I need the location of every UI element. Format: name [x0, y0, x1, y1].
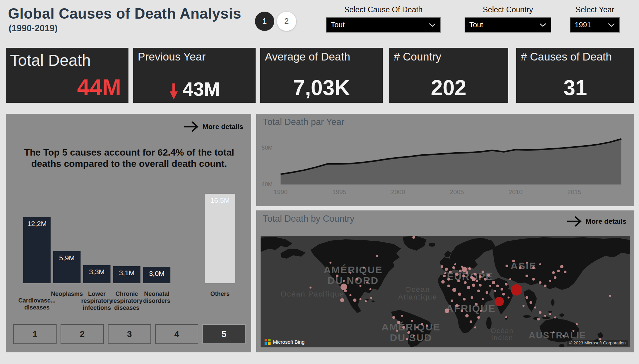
map-bubble[interactable]: [530, 301, 532, 304]
map-bubble[interactable]: [471, 296, 473, 299]
map-bubble[interactable]: [472, 277, 476, 281]
map-bubble[interactable]: [413, 335, 415, 337]
map-bubble[interactable]: [501, 288, 503, 291]
map-bubble[interactable]: [392, 316, 395, 319]
map-bubble[interactable]: [461, 309, 463, 312]
more-details-button[interactable]: More details: [566, 216, 626, 227]
map-bubble[interactable]: [458, 293, 461, 296]
map-bubble[interactable]: [554, 276, 556, 279]
map-bubble[interactable]: [411, 320, 413, 322]
map-bubble[interactable]: [455, 273, 459, 276]
map-bubble[interactable]: [475, 303, 478, 305]
map-bubble[interactable]: [564, 271, 566, 273]
map-bubble[interactable]: [470, 320, 472, 323]
bar-1[interactable]: 5,9M: [53, 251, 81, 283]
map-bubble[interactable]: [402, 326, 405, 329]
map-bubble[interactable]: [534, 306, 536, 308]
map-bubble[interactable]: [447, 285, 450, 287]
map-bubble[interactable]: [562, 335, 564, 337]
map-bubble[interactable]: [554, 316, 556, 318]
map-bubble[interactable]: [512, 260, 515, 262]
map-bubble[interactable]: [407, 331, 410, 334]
map-bubble[interactable]: [396, 330, 398, 332]
area-chart[interactable]: 199019952000200520102015: [278, 131, 624, 188]
bar-5[interactable]: 16,5M: [205, 194, 235, 283]
map-bubble[interactable]: [477, 316, 480, 319]
map-bubble[interactable]: [465, 314, 469, 317]
world-map[interactable]: AMÉRIQUEDU NORDEUROPEASIEAFRIQUEAMÉRIQUE…: [261, 236, 630, 347]
map-bubble[interactable]: [519, 266, 522, 269]
map-bubble[interactable]: [496, 285, 499, 287]
map-bubble[interactable]: [509, 278, 511, 280]
map-bubble-large[interactable]: [495, 297, 504, 306]
map-bubble[interactable]: [366, 282, 368, 284]
map-bubble[interactable]: [474, 273, 477, 276]
page-nav-1[interactable]: 1: [255, 12, 274, 31]
map-bubble[interactable]: [464, 281, 467, 284]
map-bubble[interactable]: [477, 290, 480, 292]
page-button-3[interactable]: 3: [108, 324, 151, 344]
map-bubble[interactable]: [349, 272, 351, 274]
map-bubble[interactable]: [412, 236, 415, 239]
map-bubble[interactable]: [441, 280, 445, 284]
map-bubble[interactable]: [340, 284, 347, 290]
map-bubble[interactable]: [526, 262, 528, 264]
map-bubble[interactable]: [557, 270, 560, 272]
map-bubble[interactable]: [349, 294, 351, 296]
map-bubble[interactable]: [454, 263, 456, 265]
map-bubble[interactable]: [494, 290, 496, 292]
map-bubble[interactable]: [444, 272, 446, 274]
map-bubble[interactable]: [363, 267, 365, 269]
map-bubble[interactable]: [472, 284, 475, 287]
map-bubble[interactable]: [365, 300, 367, 302]
map-bubble[interactable]: [343, 280, 345, 282]
map-bubble[interactable]: [421, 323, 423, 325]
bing-logo[interactable]: Microsoft Bing: [265, 339, 305, 345]
map-bubble[interactable]: [482, 271, 484, 273]
map-bubble[interactable]: [451, 300, 453, 302]
map-bubble[interactable]: [486, 291, 488, 294]
year-dropdown[interactable]: 1991: [570, 17, 620, 33]
map-bubble[interactable]: [552, 271, 555, 274]
map-bubble[interactable]: [445, 308, 449, 313]
map-bubble[interactable]: [549, 313, 551, 315]
map-bubble[interactable]: [505, 283, 508, 286]
map-bubble[interactable]: [560, 265, 563, 268]
map-bubble[interactable]: [447, 278, 450, 281]
map-bubble[interactable]: [479, 284, 482, 287]
page-button-5[interactable]: 5: [202, 324, 246, 344]
map-bubble[interactable]: [459, 270, 462, 272]
map-bubble[interactable]: [532, 278, 535, 281]
map-bubble[interactable]: [452, 266, 455, 269]
map-bubble[interactable]: [549, 280, 551, 282]
map-bubble[interactable]: [462, 275, 465, 277]
map-bubble[interactable]: [370, 297, 372, 299]
map-bubble[interactable]: [552, 331, 554, 333]
map-bubble[interactable]: [426, 325, 428, 327]
map-bubble[interactable]: [329, 262, 331, 264]
map-bubble[interactable]: [506, 265, 508, 267]
map-bubble-large[interactable]: [511, 284, 522, 296]
map-bubble[interactable]: [484, 278, 487, 281]
page-button-1[interactable]: 1: [13, 324, 57, 344]
country-dropdown[interactable]: Tout: [465, 17, 551, 33]
map-bubble[interactable]: [526, 275, 528, 277]
map-bubble[interactable]: [539, 311, 541, 314]
page-button-4[interactable]: 4: [155, 324, 198, 344]
map-bubble[interactable]: [467, 286, 470, 289]
map-bubble[interactable]: [340, 298, 344, 302]
map-bubble[interactable]: [482, 298, 484, 300]
map-bubble[interactable]: [476, 280, 478, 282]
bar-3[interactable]: 3,1M: [113, 266, 140, 283]
map-bubble[interactable]: [463, 298, 466, 301]
map-bubble[interactable]: [406, 338, 408, 340]
page-button-2[interactable]: 2: [61, 324, 104, 344]
map-bubble[interactable]: [441, 265, 443, 268]
map-bubble[interactable]: [572, 330, 574, 332]
map-bubble[interactable]: [353, 299, 356, 302]
map-bubble[interactable]: [544, 285, 546, 287]
bar-4[interactable]: 3,0M: [143, 267, 170, 283]
map-bubble[interactable]: [479, 275, 482, 278]
map-bubble[interactable]: [502, 293, 505, 296]
map-bubble[interactable]: [359, 285, 361, 287]
